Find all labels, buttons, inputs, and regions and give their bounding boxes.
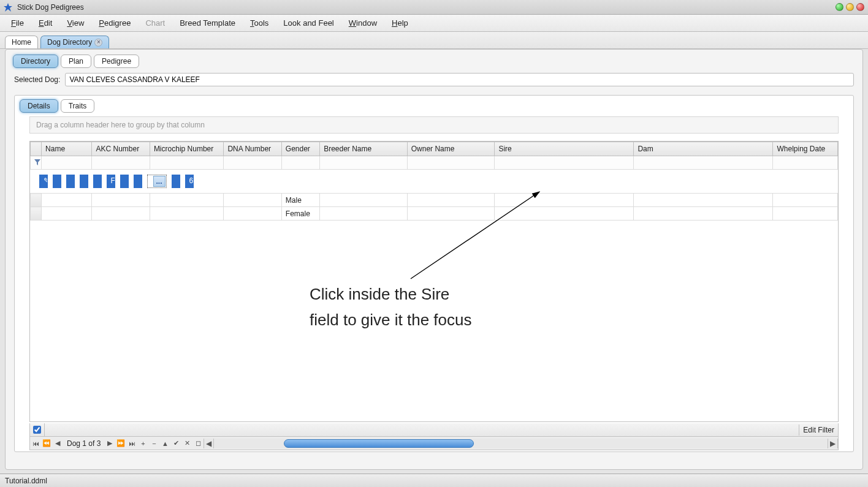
subtab-directory[interactable]: Directory (13, 55, 58, 68)
menu-view[interactable]: View (61, 16, 90, 30)
horizontal-scrollbar[interactable]: ◀ ▶ (204, 439, 838, 448)
cell-gender[interactable]: Male (281, 194, 319, 207)
menu-tools[interactable]: Tools (244, 16, 275, 30)
view-tabs: Directory Plan Pedigree (6, 50, 862, 68)
row-indicator (31, 207, 42, 221)
nav-prev-icon[interactable]: ◀ (52, 438, 63, 449)
detail-tabs: Details Traits (15, 96, 853, 113)
selected-dog-row: Selected Dog: (6, 68, 862, 91)
status-bar: Tutorial.ddml (0, 474, 868, 487)
filter-icon[interactable] (31, 156, 42, 170)
cell-dna[interactable] (93, 175, 102, 188)
column-header-row: Name AKC Number Microchip Number DNA Num… (31, 142, 838, 156)
selected-dog-label: Selected Dog: (14, 75, 60, 84)
app-icon (4, 2, 13, 12)
selected-dog-field[interactable] (65, 73, 854, 86)
status-text: Tutorial.ddml (5, 477, 47, 485)
scroll-left-icon[interactable]: ◀ (204, 439, 214, 448)
col-owner-name[interactable]: Owner Name (407, 142, 495, 156)
filter-row[interactable] (31, 156, 838, 170)
edit-filter-button[interactable]: Edit Filter (799, 425, 838, 436)
cell-name[interactable] (53, 175, 61, 188)
menu-edit[interactable]: Edit (32, 16, 58, 30)
col-microchip-number[interactable]: Microchip Number (150, 142, 224, 156)
nav-refresh-icon[interactable]: ◻ (192, 438, 204, 449)
title-bar: Stick Dog Pedigrees (0, 0, 868, 15)
annotation-text: Click inside the Sire field to give it t… (310, 282, 471, 333)
nav-first-icon[interactable]: ⏮ (30, 438, 41, 449)
col-sire[interactable]: Sire (495, 142, 634, 156)
group-panel[interactable]: Drag a column header here to group by th… (29, 116, 839, 134)
col-dna-number[interactable]: DNA Number (224, 142, 281, 156)
cell-akc[interactable] (66, 175, 75, 188)
nav-next-icon[interactable]: ▶ (104, 438, 115, 449)
row-indicator (31, 194, 42, 207)
table-row[interactable]: ✎ Female ... 6/4/2000 (31, 170, 48, 193)
menu-chart: Chart (139, 16, 171, 30)
nav-record-text: Dog 1 of 3 (63, 439, 104, 448)
nav-next-page-icon[interactable]: ⏩ (115, 438, 126, 449)
tab-home[interactable]: Home (5, 36, 38, 48)
scroll-thumb[interactable] (284, 439, 474, 448)
subtab-pedigree[interactable]: Pedigree (94, 55, 139, 68)
menu-look-and-feel[interactable]: Look and Feel (277, 16, 340, 30)
col-breeder-name[interactable]: Breeder Name (320, 142, 408, 156)
close-button[interactable] (856, 3, 864, 11)
close-tab-icon[interactable]: × (94, 39, 102, 47)
menu-bar: File Edit View Pedigree Chart Breed Temp… (0, 15, 868, 32)
cell-gender[interactable]: Female (281, 207, 319, 221)
filter-enabled-checkbox[interactable] (30, 423, 45, 436)
col-dam[interactable]: Dam (634, 142, 773, 156)
window-title: Stick Dog Pedigrees (17, 3, 836, 12)
document-tab-strip: Home Dog Directory × (0, 32, 868, 49)
tab-dog-directory[interactable]: Dog Directory × (40, 36, 109, 48)
menu-breed-template[interactable]: Breed Template (173, 16, 242, 30)
cell-breeder[interactable] (120, 175, 129, 188)
cell-whelping[interactable]: 6/4/2000 (185, 175, 194, 188)
cell-owner[interactable] (134, 175, 142, 188)
sire-lookup-button[interactable]: ... (153, 176, 166, 187)
row-indicator-header (31, 142, 42, 156)
menu-file[interactable]: File (5, 16, 30, 30)
col-whelping-date[interactable]: Whelping Date (773, 142, 838, 156)
data-navigator: ⏮ ⏪ ◀ Dog 1 of 3 ▶ ⏩ ⏭ + − ▲ ✔ ✕ ◻ ◀ ▶ (29, 437, 839, 450)
nav-prev-page-icon[interactable]: ⏪ (41, 438, 52, 449)
nav-delete-icon[interactable]: − (148, 438, 159, 449)
annotation-line2: field to give it the focus (310, 308, 471, 333)
nav-last-icon[interactable]: ⏭ (126, 438, 137, 449)
col-name[interactable]: Name (42, 142, 92, 156)
window-controls (836, 3, 864, 11)
cell-microchip[interactable] (80, 175, 88, 188)
detail-tab-traits[interactable]: Traits (61, 99, 95, 113)
scroll-right-icon[interactable]: ▶ (828, 439, 837, 448)
grid-footer: Edit Filter (29, 423, 839, 437)
maximize-button[interactable] (846, 3, 854, 11)
cell-dam[interactable] (172, 175, 180, 188)
svg-line-0 (411, 192, 539, 279)
cell-sire-editing[interactable]: ... (147, 175, 167, 188)
annotation-line1: Click inside the Sire (310, 282, 471, 308)
cell-gender[interactable]: Female (107, 175, 115, 188)
menu-pedigree[interactable]: Pedigree (93, 16, 137, 30)
subtab-plan[interactable]: Plan (61, 55, 91, 68)
nav-add-icon[interactable]: + (137, 438, 148, 449)
menu-window[interactable]: Window (343, 16, 383, 30)
nav-edit-icon[interactable]: ▲ (159, 438, 170, 449)
edit-indicator-icon: ✎ (39, 175, 48, 188)
menu-help[interactable]: Help (386, 16, 414, 30)
col-akc-number[interactable]: AKC Number (92, 142, 150, 156)
detail-tab-details[interactable]: Details (20, 99, 58, 113)
nav-cancel-icon[interactable]: ✕ (181, 438, 192, 449)
nav-post-icon[interactable]: ✔ (170, 438, 181, 449)
annotation-arrow-icon (405, 187, 546, 285)
col-gender[interactable]: Gender (281, 142, 319, 156)
minimize-button[interactable] (836, 3, 843, 11)
